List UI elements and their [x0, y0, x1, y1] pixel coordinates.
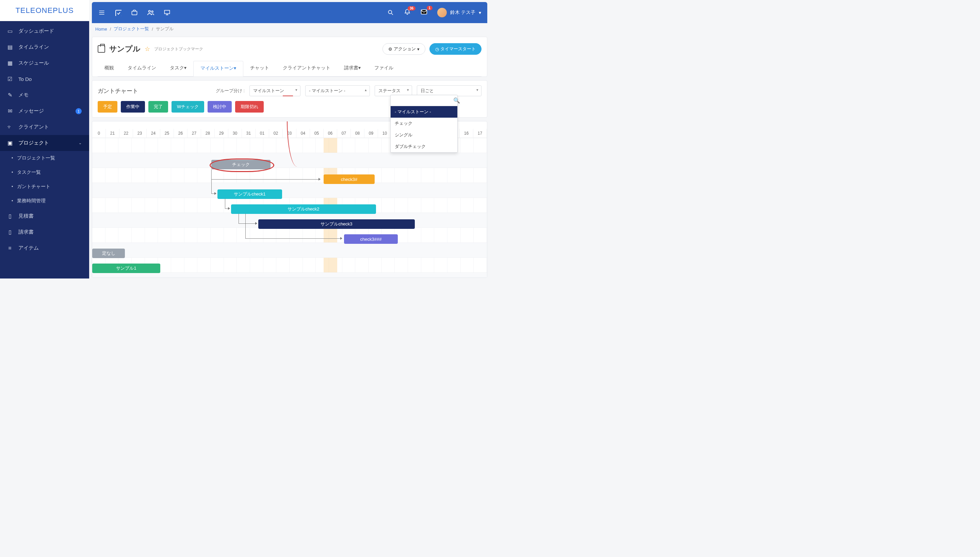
gantt-bar[interactable]: check3### — [344, 234, 398, 244]
nav-label: メッセージ — [18, 108, 44, 114]
action-button[interactable]: ⚙アクション ▾ — [382, 43, 425, 55]
star-icon[interactable]: ☆ — [145, 45, 150, 53]
gantt-day: 0 — [92, 129, 106, 138]
legend-wcheck: Wチェック — [172, 101, 204, 112]
mail-count: 1 — [427, 6, 433, 10]
nav-label: スケジュール — [18, 60, 49, 66]
gantt-connector — [245, 213, 342, 239]
nav-project[interactable]: ▣プロジェクト⌄ — [0, 135, 89, 151]
nav-item[interactable]: ≡アイテム — [0, 240, 89, 256]
nav-timeline[interactable]: ▤タイムライン — [0, 39, 89, 55]
nav-sub-tasks[interactable]: タスク一覧 — [0, 165, 89, 179]
gantt-bar[interactable]: check3# — [323, 174, 375, 184]
milestone-select[interactable]: - マイルストーン - — [305, 85, 370, 96]
nav-schedule[interactable]: ▦スケジュール — [0, 55, 89, 71]
timer-start-button[interactable]: ◷ タイマースタート — [430, 43, 482, 55]
search-icon[interactable] — [387, 9, 394, 16]
tab-overview[interactable]: 概観 — [98, 61, 121, 76]
section-title: ガントチャート — [98, 87, 138, 95]
nav-quote[interactable]: ▯見積書 — [0, 208, 89, 224]
user-menu[interactable]: 鈴木 テス子 ▾ — [437, 8, 481, 17]
top-right: 36 1 鈴木 テス子 ▾ — [387, 8, 481, 17]
select-value: - マイルストーン - — [309, 88, 345, 93]
tab-chat[interactable]: チャット — [243, 61, 276, 76]
tab-invoice[interactable]: 請求書▾ — [337, 61, 368, 76]
svg-point-2 — [149, 11, 151, 12]
nav-todo[interactable]: ☑To Do — [0, 71, 89, 87]
crumb-projects[interactable]: プロジェクト一覧 — [114, 26, 149, 32]
dropdown-search: 🔍 — [390, 95, 457, 106]
check-square-icon[interactable] — [114, 9, 122, 16]
select-value: マイルストーン — [253, 88, 284, 93]
svg-rect-1 — [132, 11, 137, 15]
nav-label: To Do — [18, 76, 32, 82]
gantt-day: 28 — [201, 129, 215, 138]
check-icon: ☑ — [7, 76, 13, 82]
briefcase-icon: ▣ — [7, 140, 13, 146]
tab-label: 概観 — [105, 65, 114, 70]
dd-option-all[interactable]: - マイルストーン - — [390, 106, 457, 118]
monitor-icon: ▭ — [7, 28, 13, 34]
top-left-icons — [98, 9, 171, 16]
dd-option-check[interactable]: チェック — [390, 118, 457, 129]
tab-label: マイルストーン — [201, 65, 234, 71]
topbar: 36 1 鈴木 テス子 ▾ — [92, 2, 487, 23]
select-value: 日ごと — [421, 88, 434, 93]
tab-label: タイムライン — [127, 65, 156, 70]
gantt-bar[interactable]: サンプルcheck2 — [231, 204, 376, 214]
dd-option-single[interactable]: シングル — [390, 129, 457, 141]
group-select[interactable]: マイルストーン — [250, 85, 301, 96]
nav-label: ダッシュボード — [18, 28, 54, 34]
nav-sub-worktime[interactable]: 業務時間管理 — [0, 194, 89, 208]
gantt-bar[interactable]: サンプル1 — [92, 264, 160, 273]
nav-sub-gantt[interactable]: ガントチャート — [0, 179, 89, 194]
gantt-body[interactable]: チェックcheck3#サンプルcheck1サンプルcheck2サンプルcheck… — [92, 138, 487, 277]
gantt-day: 25 — [160, 129, 174, 138]
desktop-icon[interactable] — [163, 9, 171, 16]
gantt-day: 18 — [487, 129, 487, 138]
hamburger-icon[interactable] — [98, 9, 106, 16]
caret-icon: ▾ — [417, 47, 420, 52]
dropdown-search-input[interactable] — [394, 96, 453, 104]
dd-option-double[interactable]: ダブルチェック — [390, 141, 457, 152]
people-top-icon[interactable] — [147, 9, 155, 16]
gantt-day: 26 — [174, 129, 188, 138]
svg-rect-0 — [116, 10, 121, 16]
tab-milestone[interactable]: マイルストーン▾ — [193, 61, 243, 77]
tab-client-chat[interactable]: クライアントチャット — [276, 61, 337, 76]
tab-file[interactable]: ファイル — [368, 61, 400, 76]
gantt-day: 22 — [119, 129, 133, 138]
logo-area: TELEONEPLUS — [0, 0, 89, 21]
gantt-day: 01 — [256, 129, 269, 138]
nav-message[interactable]: ✉メッセージ1 — [0, 103, 89, 119]
tab-label: タスク — [170, 65, 184, 70]
bookmark-label[interactable]: プロジェクトブックマーク — [154, 46, 203, 52]
people-icon: ᯤ — [7, 124, 13, 130]
nav-memo[interactable]: ✎メモ — [0, 87, 89, 103]
notification-icon[interactable]: 36 — [404, 8, 411, 17]
legend-working: 作業中 — [121, 101, 145, 112]
gantt-bar[interactable]: 定なし — [92, 249, 125, 258]
nav-client[interactable]: ᯤクライアント — [0, 119, 89, 135]
nav-invoice[interactable]: ▯請求書 — [0, 224, 89, 240]
tab-task[interactable]: タスク▾ — [163, 61, 193, 76]
sidebar-nav: ▭ダッシュボード ▤タイムライン ▦スケジュール ☑To Do ✎メモ ✉メッセ… — [0, 21, 89, 256]
svg-rect-4 — [165, 10, 170, 14]
briefcase-top-icon[interactable] — [131, 9, 138, 16]
nav-sub-label: タスク一覧 — [17, 169, 41, 176]
notif-count: 36 — [408, 6, 415, 11]
gear-icon: ⚙ — [388, 47, 392, 52]
select-value: ステータス — [378, 88, 400, 93]
btn-label: アクション — [394, 46, 416, 52]
nav-dashboard[interactable]: ▭ダッシュボード — [0, 23, 89, 39]
nav-sub-projects[interactable]: プロジェクト一覧 — [0, 151, 89, 165]
gantt-bar[interactable]: サンプルcheck1 — [217, 189, 282, 199]
caret-icon: ▾ — [358, 65, 361, 70]
chevron-down-icon: ▾ — [479, 10, 481, 15]
mail-top-icon[interactable]: 1 — [420, 8, 428, 17]
crumb-home[interactable]: Home — [95, 26, 107, 32]
tab-label: クライアントチャット — [283, 65, 330, 70]
tab-timeline[interactable]: タイムライン — [121, 61, 163, 76]
gantt-connector — [211, 169, 216, 194]
gantt-day: 05 — [310, 129, 323, 138]
